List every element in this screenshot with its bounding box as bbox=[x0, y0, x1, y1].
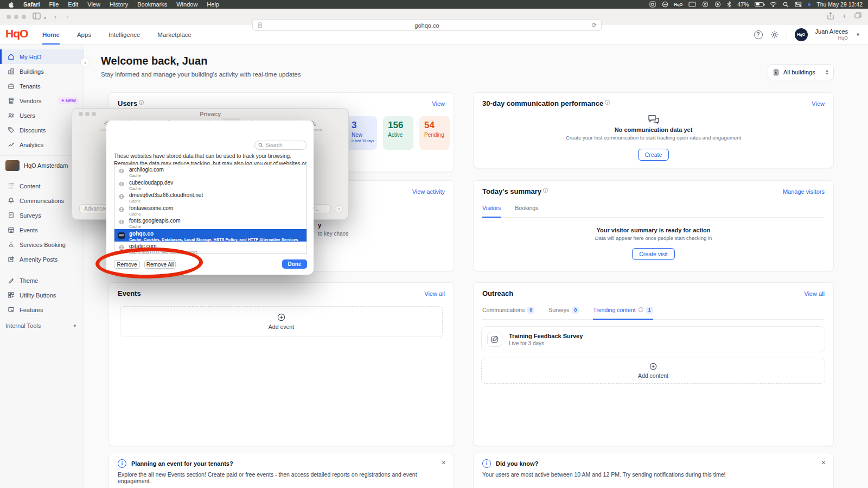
play-icon[interactable] bbox=[714, 1, 721, 8]
sidebar-item-vendors[interactable]: Vendors ✦ NEW bbox=[0, 93, 84, 108]
sidebar-item-discounts[interactable]: Discounts bbox=[0, 123, 84, 137]
site-row[interactable]: archilogic.com Cache bbox=[114, 165, 307, 178]
wifi-icon[interactable] bbox=[770, 2, 777, 7]
menubar-app-safari[interactable]: Safari bbox=[23, 1, 40, 8]
forward-button[interactable]: › bbox=[66, 12, 68, 21]
chevron-down-icon[interactable]: ▼ bbox=[856, 32, 860, 37]
window-zoom-button[interactable] bbox=[22, 15, 26, 19]
sidebar-item-analytics[interactable]: Analytics bbox=[0, 137, 84, 152]
close-icon[interactable]: × bbox=[821, 458, 826, 467]
banner-body: Explore the all new Events section! Crea… bbox=[118, 471, 437, 484]
tab-communications[interactable]: Communications 0 bbox=[482, 307, 534, 319]
keyboard-icon[interactable] bbox=[688, 2, 696, 7]
tab-bookings[interactable]: Bookings bbox=[515, 205, 538, 217]
sidebar-item-events[interactable]: Events bbox=[0, 223, 84, 237]
site-row[interactable]: fonts.googleapis.com Cache bbox=[114, 216, 307, 229]
menubar-help[interactable]: Help bbox=[207, 1, 219, 8]
menubar-history[interactable]: History bbox=[110, 1, 128, 8]
remove-button[interactable]: Remove bbox=[114, 260, 140, 269]
avatar[interactable]: HqO bbox=[795, 28, 808, 41]
sidebar-item-tenants[interactable]: Tenants bbox=[0, 79, 84, 93]
sidebar-item-features[interactable]: Features bbox=[0, 302, 84, 317]
sidebar-item-amenity-posts[interactable]: Amenity Posts bbox=[0, 252, 84, 267]
site-row[interactable]: gstatic.com Cache and HTTP Alternative S… bbox=[114, 242, 307, 254]
site-row[interactable]: cubecloudapp.dev Cache bbox=[114, 178, 307, 191]
hqo-logo[interactable]: HqO bbox=[5, 27, 28, 40]
help-icon[interactable]: ? bbox=[335, 205, 343, 213]
screen-recording-indicator bbox=[808, 3, 810, 6]
globe-icon bbox=[119, 168, 124, 174]
manage-visitors-link[interactable]: Manage visitors bbox=[783, 188, 825, 195]
trending-content-item[interactable]: Training Feedback Survey Live for 3 days bbox=[481, 326, 825, 352]
menubar-clock[interactable]: Thu May 29 13:42 bbox=[816, 1, 863, 8]
tab-intelligence[interactable]: Intelligence bbox=[108, 24, 140, 45]
chevron-down-icon[interactable]: ▾ bbox=[44, 14, 46, 22]
menubar-bookmarks[interactable]: Bookmarks bbox=[137, 1, 167, 8]
new-tab-icon[interactable]: + bbox=[842, 12, 846, 20]
menubar-window[interactable]: Window bbox=[176, 1, 197, 8]
spotlight-icon[interactable] bbox=[783, 2, 789, 8]
window-close-button[interactable] bbox=[7, 15, 11, 19]
bluetooth-icon[interactable] bbox=[727, 1, 731, 8]
search-input[interactable]: Search bbox=[254, 141, 307, 150]
tab-marketplace[interactable]: Marketplace bbox=[157, 24, 192, 45]
users-view-link[interactable]: View bbox=[432, 100, 445, 107]
window-title: Privacy bbox=[72, 111, 348, 117]
tab-apps[interactable]: Apps bbox=[77, 24, 91, 45]
menubar-hqo-item[interactable]: HqO bbox=[674, 2, 683, 7]
menubar-app-icon[interactable] bbox=[649, 1, 656, 8]
menubar-view[interactable]: View bbox=[87, 1, 100, 8]
building-filter-dropdown[interactable]: All buildings ▲▼ bbox=[768, 64, 834, 80]
help-icon[interactable]: ? bbox=[754, 30, 763, 39]
site-row[interactable]: dmevq6vd3sz66.cloudfront.net Cache bbox=[114, 191, 307, 204]
gear-icon[interactable] bbox=[770, 30, 779, 39]
sidebar-toggle-icon[interactable] bbox=[33, 12, 41, 20]
menubar-app-icon[interactable] bbox=[662, 1, 668, 8]
privacy-shield-icon[interactable] bbox=[257, 22, 263, 29]
sidebar-item-my-hqo[interactable]: My HqO bbox=[0, 49, 84, 64]
sidebar-item-utility-buttons[interactable]: Utility Buttons bbox=[0, 288, 84, 302]
site-row-selected[interactable]: HqO gohqo.co Cache, Cookies, Databases, … bbox=[114, 229, 307, 242]
view-activity-link[interactable]: View activity bbox=[412, 188, 445, 195]
create-visit-button[interactable]: Create visit bbox=[632, 248, 675, 260]
sidebar-item-users[interactable]: Users bbox=[0, 108, 84, 123]
add-event-button[interactable]: Add event bbox=[120, 306, 443, 337]
done-button[interactable]: Done bbox=[282, 259, 307, 269]
apple-icon[interactable] bbox=[8, 1, 14, 8]
menubar-file[interactable]: File bbox=[49, 1, 59, 8]
create-communication-button[interactable]: Create bbox=[638, 149, 669, 161]
window-minimize-button[interactable] bbox=[14, 15, 18, 19]
url-bar[interactable]: gohqo.co ⟳ bbox=[252, 20, 602, 31]
tab-surveys[interactable]: Surveys 0 bbox=[548, 307, 579, 319]
url-text: gohqo.co bbox=[414, 22, 439, 29]
share-icon[interactable] bbox=[827, 12, 834, 20]
sidebar-collapse-button[interactable]: ‹ bbox=[80, 58, 90, 67]
tab-visitors[interactable]: Visitors bbox=[482, 205, 501, 217]
sidebar-item-internal-tools[interactable]: Internal Tools ▾ bbox=[0, 318, 84, 333]
menubar-edit[interactable]: Edit bbox=[68, 1, 78, 8]
sidebar-item-surveys[interactable]: Surveys bbox=[0, 208, 84, 223]
sidebar-item-content[interactable]: Content bbox=[0, 179, 84, 193]
close-icon[interactable]: × bbox=[442, 458, 446, 467]
menubar-app-icon[interactable] bbox=[702, 1, 709, 8]
site-row[interactable]: fontawesome.com Cache bbox=[114, 204, 307, 217]
website-data-list[interactable]: archilogic.com Cache cubecloudapp.dev Ca… bbox=[114, 164, 307, 254]
control-center-icon[interactable] bbox=[795, 2, 802, 7]
tab-overview-icon[interactable] bbox=[854, 12, 861, 20]
tab-home[interactable]: Home bbox=[42, 24, 60, 45]
sidebar-building-selector[interactable]: HqO Amsterdam bbox=[0, 155, 84, 175]
communication-view-link[interactable]: View bbox=[812, 100, 825, 107]
events-view-all-link[interactable]: View all bbox=[424, 290, 445, 297]
tab-trending-content[interactable]: Trending content i 1 bbox=[593, 307, 653, 319]
new-badge: ✦ NEW bbox=[58, 97, 79, 104]
add-content-button[interactable]: Add content bbox=[481, 358, 825, 384]
sidebar-item-buildings[interactable]: Buildings bbox=[0, 64, 84, 79]
remove-all-button[interactable]: Remove All bbox=[144, 260, 176, 269]
sidebar-item-services-booking[interactable]: Services Booking bbox=[0, 237, 84, 252]
reload-icon[interactable]: ⟳ bbox=[592, 22, 597, 29]
sidebar-item-theme[interactable]: Theme bbox=[0, 273, 84, 288]
back-button[interactable]: ‹ bbox=[54, 12, 56, 21]
sidebar-item-communications[interactable]: Communications bbox=[0, 193, 84, 208]
outreach-view-all-link[interactable]: View all bbox=[804, 290, 825, 297]
stat-active-users: 156 Active bbox=[383, 116, 413, 150]
